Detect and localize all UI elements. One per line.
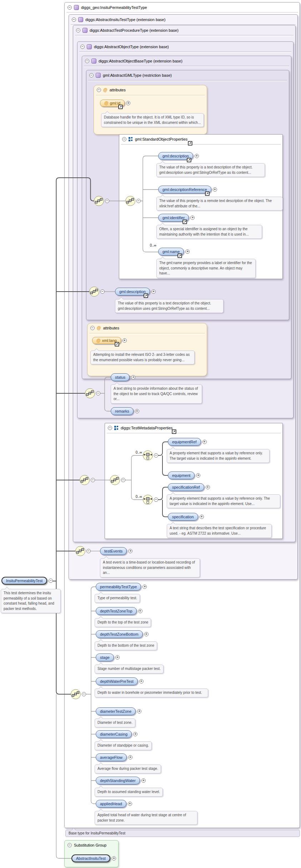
sequence-icon	[94, 196, 104, 206]
collapse-icon[interactable]	[154, 498, 158, 502]
element-pill-gml-identifier[interactable]: gml:identifier	[158, 214, 189, 222]
expand-link-icon[interactable]	[187, 158, 191, 162]
expand-icon[interactable]	[196, 473, 200, 478]
doc-tooltip-specification-ref: A property element that supports a value…	[167, 494, 280, 508]
attribute-pill-xml-lang[interactable]: xml:lang	[92, 337, 121, 344]
collapse-icon[interactable]	[82, 692, 86, 696]
expand-icon[interactable]	[202, 440, 207, 444]
element-pill-depth-test-zone-bottom[interactable]: depthTestZoneBottom	[96, 630, 143, 638]
element-label: depthTestZoneBottom	[100, 632, 139, 636]
expand-link-icon[interactable]	[188, 141, 192, 145]
element-label: gml:description	[119, 289, 146, 294]
attribute-row-gml-id: gml:id	[100, 99, 130, 107]
expand-icon[interactable]	[142, 585, 147, 589]
expand-icon[interactable]	[131, 375, 135, 379]
element-pill-gml-name[interactable]: gml:name	[158, 248, 184, 256]
sequence-icon	[89, 286, 100, 297]
expand-link-icon[interactable]	[178, 254, 182, 258]
element-pill-gml-description[interactable]: gml:description	[115, 288, 150, 296]
expand-icon[interactable]	[112, 856, 116, 861]
attribute-pill-gml-id[interactable]: gml:id	[100, 100, 125, 107]
collapse-icon[interactable]	[86, 549, 91, 553]
element-pill-gml-description[interactable]: gml:description	[158, 152, 193, 160]
expand-icon[interactable]	[151, 289, 156, 294]
element-pill-equipment[interactable]: equipment	[168, 471, 195, 479]
collapse-icon[interactable]	[154, 453, 158, 458]
expand-icon[interactable]	[122, 338, 127, 343]
attribute-label: xml:lang	[102, 338, 117, 343]
expand-link-icon[interactable]	[115, 342, 119, 346]
expand-link-icon[interactable]	[205, 192, 209, 196]
element-pill-abstract-insitu-test[interactable]: AbstractInsituTest	[71, 854, 110, 862]
expand-icon[interactable]	[213, 187, 217, 192]
attribute-icon	[104, 101, 109, 105]
expand-icon[interactable]	[200, 515, 204, 519]
collapse-icon[interactable]	[91, 478, 95, 482]
element-row-gml-description: gml:description	[158, 152, 199, 160]
expand-icon[interactable]	[141, 778, 146, 783]
doc-tooltip-xml-lang: Attempting to install the relevant ISO 2…	[90, 350, 195, 364]
collapse-icon[interactable]	[105, 199, 109, 203]
expand-icon[interactable]	[115, 655, 120, 660]
expand-link-icon[interactable]	[119, 105, 122, 109]
element-pill-permeability-test-type[interactable]: permeabilityTestType	[96, 583, 141, 591]
element-pill-stage[interactable]: stage	[96, 653, 114, 661]
element-label: depthTestZoneTop	[100, 609, 132, 613]
element-label: depthWaterPreTest	[100, 679, 134, 683]
doc-tooltip-applied-head: Applied total head of water during test …	[95, 811, 197, 825]
occurrence-label: 0..∞	[129, 450, 142, 454]
element-label: gml:identifier	[162, 216, 185, 220]
expand-icon[interactable]	[128, 802, 132, 806]
element-label: gml:description	[162, 154, 189, 158]
element-pill-depth-water-pre-test[interactable]: depthWaterPreTest	[96, 677, 138, 685]
expand-icon[interactable]	[185, 249, 190, 254]
expand-icon[interactable]	[128, 549, 132, 553]
expand-icon[interactable]	[133, 732, 137, 736]
element-pill-specification-ref[interactable]: specificationRef	[168, 483, 204, 491]
collapse-icon[interactable]	[49, 579, 53, 583]
element-pill-test-events[interactable]: testEvents	[100, 547, 127, 555]
element-pill-average-flow[interactable]: averageFlow	[96, 753, 127, 761]
element-pill-remarks[interactable]: remarks	[111, 407, 134, 415]
element-pill-diameter-casing[interactable]: diameterCasing	[96, 730, 132, 738]
element-pill-depth-standing-water[interactable]: depthStandingWater	[96, 777, 140, 784]
element-label: gml:name	[162, 249, 180, 254]
expand-icon[interactable]	[144, 632, 149, 636]
collapse-icon[interactable]	[100, 289, 105, 294]
element-row-gml-description-reference: gml:descriptionReference	[158, 186, 217, 193]
element-label: appliedHead	[100, 802, 122, 806]
occurrence-label: 0..∞	[129, 495, 142, 499]
element-pill-specification[interactable]: specification	[168, 513, 198, 521]
expand-icon[interactable]	[206, 485, 210, 489]
element-pill-insitu-permeability-test[interactable]: InsituPermeabilityTest	[1, 577, 47, 585]
expand-icon[interactable]	[128, 755, 132, 760]
element-pill-status[interactable]: status	[111, 373, 130, 381]
expand-icon[interactable]	[126, 101, 130, 105]
expand-link-icon[interactable]	[183, 220, 187, 224]
expand-icon[interactable]	[195, 154, 199, 158]
element-row-stage: stage	[96, 653, 120, 661]
element-label: status	[115, 375, 125, 379]
collapse-icon[interactable]	[96, 391, 100, 395]
element-row-depth-water-pre-test: depthWaterPreTest	[96, 677, 144, 685]
element-pill-diameter-test-zone[interactable]: diameterTestZone	[96, 707, 136, 715]
expand-link-icon[interactable]	[144, 294, 148, 298]
expand-icon[interactable]	[137, 709, 141, 713]
element-pill-gml-description-reference[interactable]: gml:descriptionReference	[158, 186, 211, 193]
element-pill-equipment-ref[interactable]: equipmentRef	[168, 438, 201, 446]
expand-icon[interactable]	[138, 609, 142, 613]
collapse-icon[interactable]	[136, 199, 141, 203]
element-row-equipment: equipment	[168, 471, 200, 479]
choice-icon	[142, 450, 153, 461]
expand-icon[interactable]	[139, 679, 144, 683]
element-pill-depth-test-zone-top[interactable]: depthTestZoneTop	[96, 607, 137, 615]
expand-icon[interactable]	[190, 216, 195, 220]
expand-icon[interactable]	[135, 409, 139, 413]
schema-diagram: diggs_geo:InsituPermeabilityTestType dig…	[0, 0, 301, 868]
element-pill-applied-head[interactable]: appliedHead	[96, 800, 126, 808]
element-row-permeability-test-type: permeabilityTestType	[96, 583, 147, 591]
collapse-icon[interactable]	[121, 478, 125, 482]
sequence-icon	[79, 475, 90, 485]
expand-link-icon[interactable]	[172, 430, 176, 434]
doc-tooltip-gml-identifier: Often, a special identifier is assigned …	[156, 225, 262, 239]
